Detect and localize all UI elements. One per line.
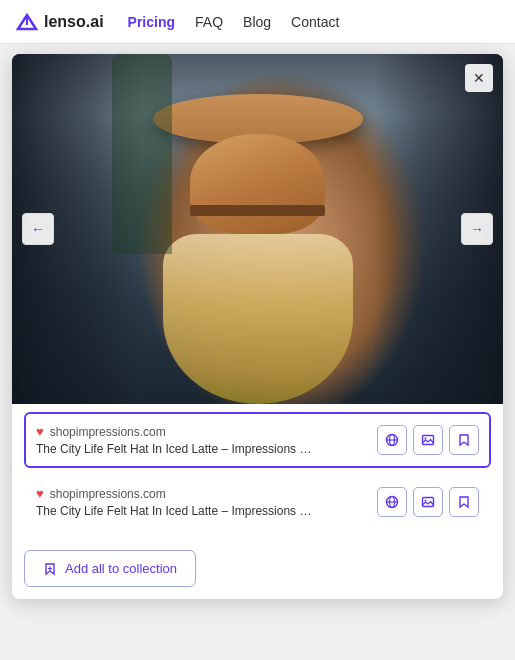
modal: ✕ ← → ♥ shopimpressions.com The City Lif… bbox=[12, 54, 503, 599]
result-actions bbox=[377, 487, 479, 517]
result-item-left: ♥ shopimpressions.com The City Life Felt… bbox=[36, 486, 377, 518]
nav-blog[interactable]: Blog bbox=[243, 13, 271, 31]
bookmark-add-icon bbox=[43, 562, 57, 576]
site-name: shopimpressions.com bbox=[50, 425, 166, 439]
tree-bg bbox=[112, 54, 172, 254]
add-collection-label: Add all to collection bbox=[65, 561, 177, 576]
site-name: shopimpressions.com bbox=[50, 487, 166, 501]
logo-icon bbox=[16, 11, 38, 33]
visit-site-button-2[interactable] bbox=[377, 487, 407, 517]
bookmark-icon bbox=[457, 495, 471, 509]
result-item: ♥ shopimpressions.com The City Life Felt… bbox=[24, 474, 491, 530]
logo-text: lenso.ai bbox=[44, 13, 104, 31]
logo[interactable]: lenso.ai bbox=[16, 11, 104, 33]
results-area: ♥ shopimpressions.com The City Life Felt… bbox=[12, 404, 503, 544]
visit-site-button[interactable] bbox=[377, 425, 407, 455]
next-arrow[interactable]: → bbox=[461, 213, 493, 245]
add-all-to-collection-button[interactable]: Add all to collection bbox=[24, 550, 196, 587]
add-collection-area: Add all to collection bbox=[12, 544, 503, 599]
result-site: ♥ shopimpressions.com bbox=[36, 424, 377, 439]
image-icon bbox=[421, 433, 435, 447]
svg-rect-10 bbox=[423, 498, 434, 507]
nav-pricing[interactable]: Pricing bbox=[128, 13, 175, 31]
svg-point-11 bbox=[425, 500, 427, 502]
svg-point-6 bbox=[425, 438, 427, 440]
hat-photo bbox=[12, 54, 503, 404]
svg-rect-5 bbox=[423, 436, 434, 445]
result-item: ♥ shopimpressions.com The City Life Felt… bbox=[24, 412, 491, 468]
nav-contact-link[interactable]: Contact bbox=[291, 14, 339, 30]
image-area: ✕ ← → bbox=[12, 54, 503, 404]
hat-crown bbox=[190, 134, 325, 234]
result-title: The City Life Felt Hat In Iced Latte – I… bbox=[36, 504, 316, 518]
view-image-button-2[interactable] bbox=[413, 487, 443, 517]
nav-links: Pricing FAQ Blog Contact bbox=[128, 13, 340, 31]
image-icon bbox=[421, 495, 435, 509]
close-button[interactable]: ✕ bbox=[465, 64, 493, 92]
nav-pricing-link[interactable]: Pricing bbox=[128, 14, 175, 30]
nav-contact[interactable]: Contact bbox=[291, 13, 339, 31]
heart-icon: ♥ bbox=[36, 486, 44, 501]
nav-blog-link[interactable]: Blog bbox=[243, 14, 271, 30]
nav-faq[interactable]: FAQ bbox=[195, 13, 223, 31]
globe-icon bbox=[385, 433, 399, 447]
hat-band bbox=[190, 205, 325, 216]
heart-icon: ♥ bbox=[36, 424, 44, 439]
result-actions bbox=[377, 425, 479, 455]
prev-arrow[interactable]: ← bbox=[22, 213, 54, 245]
bookmark-icon bbox=[457, 433, 471, 447]
nav-faq-link[interactable]: FAQ bbox=[195, 14, 223, 30]
save-item-button-2[interactable] bbox=[449, 487, 479, 517]
globe-icon bbox=[385, 495, 399, 509]
result-item-left: ♥ shopimpressions.com The City Life Felt… bbox=[36, 424, 377, 456]
hair bbox=[163, 234, 353, 404]
result-site: ♥ shopimpressions.com bbox=[36, 486, 377, 501]
result-title: The City Life Felt Hat In Iced Latte – I… bbox=[36, 442, 316, 456]
save-item-button[interactable] bbox=[449, 425, 479, 455]
view-image-button[interactable] bbox=[413, 425, 443, 455]
navbar: lenso.ai Pricing FAQ Blog Contact bbox=[0, 0, 515, 44]
